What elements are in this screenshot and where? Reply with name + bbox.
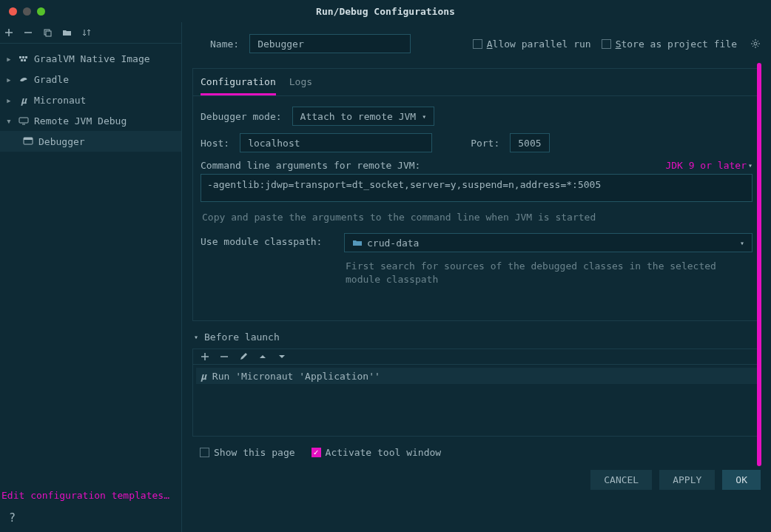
move-down-icon[interactable] xyxy=(277,352,286,361)
tab-configuration[interactable]: Configuration xyxy=(201,76,276,95)
folder-icon xyxy=(352,238,363,247)
add-icon[interactable] xyxy=(4,28,13,37)
svg-rect-9 xyxy=(24,138,33,140)
list-item[interactable]: µ Run 'Micronaut 'Application'' xyxy=(196,368,757,384)
svg-rect-7 xyxy=(19,118,28,123)
module-hint: First search for sources of the debugged… xyxy=(346,260,753,286)
activate-tool-window-checkbox[interactable]: ✓ Activate tool window xyxy=(312,447,442,458)
tab-logs[interactable]: Logs xyxy=(289,76,312,95)
svg-rect-1 xyxy=(46,31,51,36)
tabs: Configuration Logs xyxy=(193,69,760,96)
help-icon[interactable]: ? xyxy=(9,511,16,525)
micronaut-icon: µ xyxy=(201,371,206,382)
before-launch-section: ▾ Before launch µ Run 'Micronaut 'Applic… xyxy=(192,321,761,462)
config-tree: ▸ GraalVM Native Image ▸ Gradle ▸ µ Micr… xyxy=(0,44,181,532)
allow-parallel-checkbox[interactable]: Allow parallel run xyxy=(473,38,591,50)
before-launch-toolbar xyxy=(192,349,761,364)
name-label: Name: xyxy=(210,38,239,50)
tree-item-debugger[interactable]: Debugger xyxy=(0,131,181,152)
close-window-icon[interactable] xyxy=(9,7,17,16)
port-input[interactable] xyxy=(510,133,550,152)
ok-button[interactable]: OK xyxy=(722,470,761,490)
gear-icon[interactable] xyxy=(750,38,761,49)
titlebar: Run/Debug Configurations xyxy=(0,0,771,22)
content-panel: Name: Allow parallel run Store as projec… xyxy=(182,22,771,532)
graal-icon xyxy=(18,54,30,63)
svg-rect-6 xyxy=(24,59,26,61)
checkbox-icon xyxy=(602,39,611,49)
application-icon xyxy=(22,137,34,146)
config-panel: Configuration Logs Debugger mode: Attach… xyxy=(192,68,761,321)
port-label: Port: xyxy=(471,138,499,149)
expand-icon: ▸ xyxy=(6,53,13,64)
jdk-version-select[interactable]: JDK 9 or later ▾ xyxy=(665,160,753,171)
module-classpath-select[interactable]: crud-data ▾ xyxy=(344,233,753,252)
show-this-page-checkbox[interactable]: Show this page xyxy=(200,447,295,458)
minimize-window-icon[interactable] xyxy=(23,7,31,16)
dialog-footer: CANCEL APPLY OK xyxy=(192,462,761,490)
tree-item-graalvm[interactable]: ▸ GraalVM Native Image xyxy=(0,48,181,69)
collapse-icon: ▾ xyxy=(194,333,198,341)
svg-rect-3 xyxy=(22,56,24,58)
edit-templates-link[interactable]: Edit configuration templates… xyxy=(1,490,169,501)
micronaut-icon: µ xyxy=(18,95,30,106)
cancel-button[interactable]: CANCEL xyxy=(590,470,652,490)
scrollbar-indicator[interactable] xyxy=(757,63,761,466)
add-icon[interactable] xyxy=(201,352,209,361)
before-launch-toggle[interactable]: ▾ Before launch xyxy=(192,331,761,343)
sidebar: ▸ GraalVM Native Image ▸ Gradle ▸ µ Micr… xyxy=(0,22,182,532)
chevron-down-icon: ▾ xyxy=(740,239,744,247)
sort-icon[interactable] xyxy=(82,28,91,37)
store-project-file-checkbox[interactable]: Store as project file xyxy=(602,38,737,50)
chevron-down-icon: ▾ xyxy=(748,161,753,169)
before-launch-list: µ Run 'Micronaut 'Application'' xyxy=(192,364,761,437)
chevron-down-icon: ▾ xyxy=(422,112,426,121)
debugger-mode-select[interactable]: Attach to remote JVM ▾ xyxy=(292,107,435,126)
window-controls xyxy=(9,7,45,16)
gradle-icon xyxy=(18,75,30,84)
cmdline-label: Command line arguments for remote JVM: xyxy=(201,160,420,171)
cmdline-textarea[interactable]: -agentlib:jdwp=transport=dt_socket,serve… xyxy=(201,174,753,202)
host-input[interactable] xyxy=(240,133,432,152)
checkbox-checked-icon: ✓ xyxy=(312,448,321,457)
apply-button[interactable]: APPLY xyxy=(659,470,715,490)
host-label: Host: xyxy=(201,138,229,149)
svg-rect-2 xyxy=(19,56,21,58)
module-classpath-label: Use module classpath: xyxy=(201,233,334,247)
move-up-icon[interactable] xyxy=(258,352,267,361)
tree-item-remote-jvm[interactable]: ▾ Remote JVM Debug xyxy=(0,110,181,131)
maximize-window-icon[interactable] xyxy=(37,7,45,16)
tree-item-micronaut[interactable]: ▸ µ Micronaut xyxy=(0,90,181,110)
svg-rect-5 xyxy=(21,59,23,61)
folder-icon[interactable] xyxy=(62,28,72,37)
dialog-title: Run/Debug Configurations xyxy=(316,6,455,17)
expand-icon: ▸ xyxy=(6,95,13,106)
expand-icon: ▸ xyxy=(6,74,13,85)
svg-point-10 xyxy=(754,42,757,45)
svg-rect-4 xyxy=(25,56,27,58)
remote-icon xyxy=(18,116,30,125)
debugger-mode-label: Debugger mode: xyxy=(201,111,282,122)
remove-icon[interactable] xyxy=(220,352,229,361)
checkbox-icon xyxy=(473,39,482,49)
remove-icon[interactable] xyxy=(24,28,33,37)
edit-icon[interactable] xyxy=(239,352,248,361)
collapse-icon: ▾ xyxy=(6,115,13,127)
sidebar-toolbar xyxy=(0,22,181,44)
tree-item-gradle[interactable]: ▸ Gradle xyxy=(0,69,181,90)
checkbox-icon xyxy=(200,448,209,457)
cmdline-hint: Copy and paste the arguments to the comm… xyxy=(202,212,751,223)
name-input[interactable] xyxy=(249,34,411,53)
copy-icon[interactable] xyxy=(43,28,52,37)
